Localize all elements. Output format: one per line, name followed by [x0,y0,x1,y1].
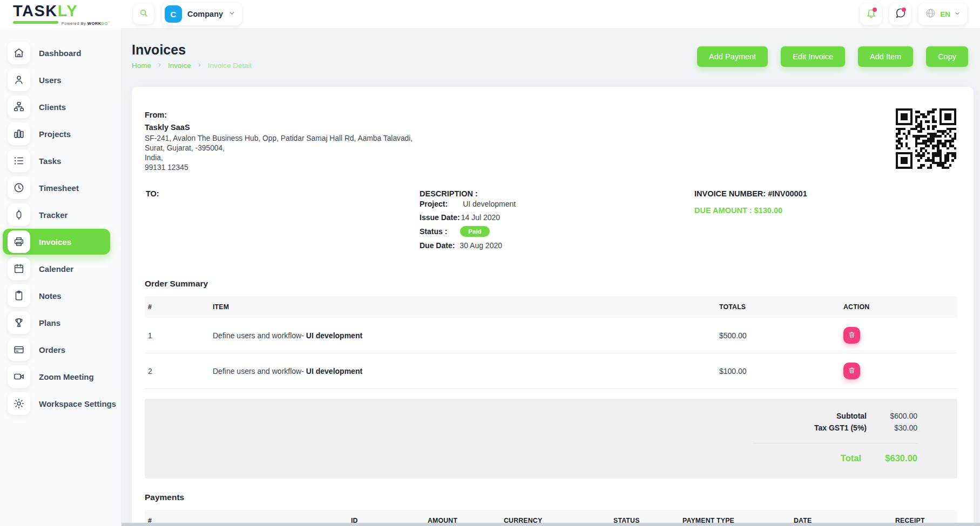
from-label: From: [145,111,957,119]
page-title: Invoices [132,42,252,58]
breadcrumb-current: Invoice Detail [208,62,252,70]
chevron-down-icon [954,9,961,19]
sidebar-item-zoom-meeting[interactable]: Zoom Meeting [3,364,110,390]
sidebar-item-tracker[interactable]: Tracker [3,202,110,228]
chevron-right-icon [157,62,163,70]
breadcrumb-invoice[interactable]: Invoice [168,62,191,70]
sidebar-item-projects[interactable]: Projects [3,121,110,147]
powered-by-text: Powered By WORKDO+ [62,19,110,26]
language-dropdown[interactable]: EN [918,3,967,25]
printer-icon [8,230,30,253]
due-date-label: Due Date: [420,241,455,250]
trash-icon [848,331,856,340]
description-label: DESCRIPTION : [420,189,516,198]
home-icon [8,42,30,64]
invoice-from-block: From: Taskly SaaS SF-241, Avalon The Bus… [145,111,957,173]
credit-card-icon [8,338,30,361]
horizontal-scrollbar[interactable] [121,523,980,526]
order-summary-table: # ITEM TOTALS ACTION 1 Define users and … [145,296,957,389]
from-address: SF-241, Avalon The Business Hub, Opp, Pa… [145,134,415,173]
total-label: Total [841,453,861,463]
invoice-totals: Subtotal $600.00 Tax GST1 (5%) $30.00 To… [145,399,957,479]
trophy-icon [8,311,30,334]
due-amount-value: $130.00 [754,206,782,215]
subtotal-value: $600.00 [874,412,917,420]
sidebar-item-clients[interactable]: Clients [3,94,110,120]
tax-value: $30.00 [874,423,917,432]
project-label: Project: [420,200,448,208]
to-label: TO: [146,189,159,198]
breadcrumb-home[interactable]: Home [132,62,151,70]
subtotal-label: Subtotal [836,412,867,420]
language-label: EN [940,10,950,18]
add-item-button[interactable]: Add Item [858,46,913,67]
qr-code [896,108,956,169]
taskly-logo[interactable]: TASKLY Powered By WORKDO+ [13,3,110,26]
issue-date-value: 14 Jul 2020 [461,213,500,222]
tax-label: Tax GST1 (5%) [814,423,867,432]
topbar: TASKLY Powered By WORKDO+ C Company [0,0,980,28]
copy-button[interactable]: Copy [926,46,968,67]
chevron-right-icon [197,62,202,70]
page-actions: Add Payment Edit Invoice Add Item Copy [697,46,974,67]
from-company-name: Taskly SaaS [145,123,957,132]
order-summary-title: Order Summary [145,279,957,289]
sidebar-item-timesheet[interactable]: Timesheet [3,175,110,201]
column-header-index: # [145,296,209,318]
company-label: Company [187,10,223,18]
total-value: $630.00 [869,453,917,463]
main-content: Invoices Home Invoice Invoice Detail Add… [121,28,980,526]
payments-title: Payments [145,493,957,502]
invoice-description-block: DESCRIPTION : Project: UI development Is… [420,189,516,250]
sidebar-item-invoices[interactable]: Invoices [3,229,110,255]
sidebar-item-orders[interactable]: Orders [3,337,110,363]
sidebar-item-users[interactable]: Users [3,67,110,93]
project-value: UI development [463,200,516,208]
logo-underline [13,21,58,24]
video-camera-icon [8,365,30,388]
add-payment-button[interactable]: Add Payment [697,46,768,67]
search-button[interactable] [133,4,154,24]
gear-icon [8,392,30,415]
order-row: 2 Define users and workflow-UI developme… [145,353,957,389]
invoice-number-label: INVOICE NUMBER: [694,189,766,198]
notifications-button[interactable] [860,3,882,25]
status-badge: Paid [460,226,489,237]
invoice-number-value: #INV00001 [768,189,807,198]
tracker-icon [8,203,30,226]
company-dropdown[interactable]: C Company [162,3,242,25]
delete-item-button[interactable] [843,327,860,344]
sidebar-item-workspace-settings[interactable]: Workspace Settings [3,391,110,416]
sidebar: Dashboard Users Clients Projects Tasks T… [0,28,121,526]
bar-chart-icon [8,122,30,145]
invoice-card: From: Taskly SaaS SF-241, Avalon The Bus… [132,87,974,526]
calendar-icon [8,257,30,280]
order-row: 1 Define users and workflow-UI developme… [145,318,957,353]
company-avatar: C [165,5,182,23]
column-header-totals: TOTALS [716,296,840,318]
status-label: Status : [420,227,447,236]
sidebar-item-calender[interactable]: Calender [3,256,110,282]
totals-divider [753,443,917,443]
chevron-down-icon [228,9,235,19]
delete-item-button[interactable] [843,363,860,379]
sitemap-icon [8,95,30,118]
trash-icon [848,366,856,376]
clock-icon [8,176,30,199]
invoice-number-block: INVOICE NUMBER: #INV00001 DUE AMOUNT : $… [694,189,807,215]
breadcrumb: Home Invoice Invoice Detail [132,62,252,70]
search-icon [138,8,149,21]
issue-date-label: Issue Date: [420,213,460,222]
column-header-item: ITEM [209,296,716,318]
globe-icon [925,8,936,21]
sidebar-item-notes[interactable]: Notes [3,283,110,309]
list-icon [8,149,30,172]
sidebar-item-plans[interactable]: Plans [3,310,110,336]
logo-text: TASKLY [13,3,110,19]
edit-invoice-button[interactable]: Edit Invoice [781,46,845,67]
due-date-value: 30 Aug 2020 [459,241,502,250]
due-amount-label: DUE AMOUNT : [694,206,752,215]
messages-button[interactable] [889,3,911,25]
sidebar-item-dashboard[interactable]: Dashboard [3,40,110,66]
sidebar-item-tasks[interactable]: Tasks [3,148,110,174]
